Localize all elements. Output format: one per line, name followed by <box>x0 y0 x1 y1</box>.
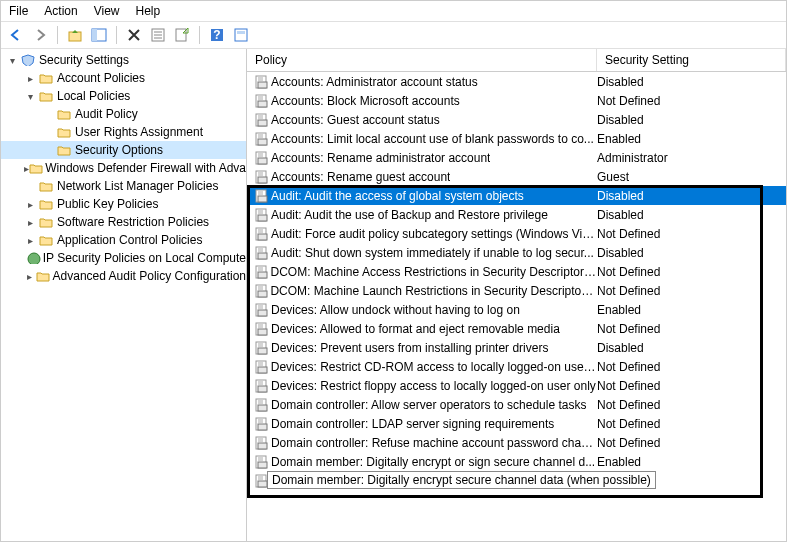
policy-row[interactable]: Devices: Restrict CD-ROM access to local… <box>247 357 786 376</box>
folder-icon <box>37 198 55 210</box>
column-header-policy[interactable]: Policy <box>247 49 597 71</box>
policy-row[interactable]: Accounts: Administrator account statusDi… <box>247 72 786 91</box>
expand-icon[interactable]: ▸ <box>23 271 35 282</box>
policy-icon <box>253 132 271 146</box>
policy-row[interactable]: Domain member: Digitally encrypt or sign… <box>247 452 786 471</box>
policy-row[interactable]: Devices: Allowed to format and eject rem… <box>247 319 786 338</box>
export-button[interactable] <box>171 24 193 46</box>
policy-row[interactable]: Domain controller: LDAP server signing r… <box>247 414 786 433</box>
policy-row[interactable]: Accounts: Block Microsoft accountsNot De… <box>247 91 786 110</box>
policy-setting: Not Defined <box>597 360 786 374</box>
svg-rect-14 <box>258 82 267 88</box>
policy-setting: Disabled <box>597 75 786 89</box>
svg-rect-26 <box>258 139 267 145</box>
policy-row[interactable]: Domain member: Digitally sign secure cha… <box>247 471 786 490</box>
help-button[interactable]: ? <box>206 24 228 46</box>
policy-row[interactable]: Devices: Restrict floppy access to local… <box>247 376 786 395</box>
policy-icon <box>253 417 271 431</box>
policy-icon <box>253 341 271 355</box>
policy-setting: Not Defined <box>597 94 786 108</box>
policy-row[interactable]: Accounts: Rename administrator accountAd… <box>247 148 786 167</box>
expand-icon[interactable]: ▸ <box>23 73 37 84</box>
svg-rect-10 <box>235 29 247 41</box>
policy-icon <box>253 246 271 260</box>
folder-icon <box>37 90 55 102</box>
policy-row[interactable]: Audit: Audit the access of global system… <box>247 186 786 205</box>
policy-setting: Enabled <box>597 132 786 146</box>
tree-pane[interactable]: ▾Security Settings▸Account Policies▾Loca… <box>1 49 247 541</box>
folder-icon <box>55 144 73 156</box>
tree-item[interactable]: ▾Local Policies <box>1 87 246 105</box>
tree-item[interactable]: ▸Advanced Audit Policy Configuration <box>1 267 246 285</box>
policy-row[interactable]: DCOM: Machine Access Restrictions in Sec… <box>247 262 786 281</box>
svg-rect-78 <box>258 386 267 392</box>
policy-name: Audit: Audit the use of Backup and Resto… <box>271 208 548 222</box>
policy-icon <box>253 189 271 203</box>
expand-icon[interactable]: ▸ <box>23 235 37 246</box>
tree-item[interactable]: Security Options <box>1 141 246 159</box>
policy-icon <box>253 360 271 374</box>
svg-rect-0 <box>69 32 81 41</box>
policy-setting: Not Defined <box>597 398 786 412</box>
policy-row[interactable]: Audit: Audit the use of Backup and Resto… <box>247 205 786 224</box>
svg-rect-42 <box>258 215 267 221</box>
policy-row[interactable]: Accounts: Guest account statusDisabled <box>247 110 786 129</box>
list-pane: Policy Security Setting Accounts: Admini… <box>247 49 786 541</box>
svg-rect-54 <box>258 272 267 278</box>
separator <box>57 26 58 44</box>
svg-rect-98 <box>258 481 267 487</box>
svg-rect-62 <box>258 310 267 316</box>
tree-item[interactable]: ▸Account Policies <box>1 69 246 87</box>
policy-setting: Enabled <box>597 303 786 317</box>
policy-row[interactable]: Domain controller: Refuse machine accoun… <box>247 433 786 452</box>
delete-button[interactable] <box>123 24 145 46</box>
list-body[interactable]: Accounts: Administrator account statusDi… <box>247 72 786 541</box>
menu-action[interactable]: Action <box>44 4 77 18</box>
policy-name: Audit: Audit the access of global system… <box>271 189 524 203</box>
tree-item[interactable]: ▸Software Restriction Policies <box>1 213 246 231</box>
policy-setting: Enabled <box>597 455 786 469</box>
policy-name: Devices: Restrict CD-ROM access to local… <box>271 360 597 374</box>
policy-row[interactable]: Devices: Allow undock without having to … <box>247 300 786 319</box>
forward-button[interactable] <box>29 24 51 46</box>
expand-icon[interactable]: ▸ <box>23 217 37 228</box>
policy-row[interactable]: Audit: Shut down system immediately if u… <box>247 243 786 262</box>
policy-row[interactable]: Devices: Prevent users from installing p… <box>247 338 786 357</box>
svg-point-12 <box>28 253 40 264</box>
policy-icon <box>253 94 271 108</box>
folder-icon <box>29 162 43 174</box>
expand-icon[interactable]: ▸ <box>23 199 37 210</box>
properties-button[interactable] <box>147 24 169 46</box>
tree-item[interactable]: User Rights Assignment <box>1 123 246 141</box>
policy-row[interactable]: Audit: Force audit policy subcategory se… <box>247 224 786 243</box>
svg-rect-82 <box>258 405 267 411</box>
tree-item[interactable]: Network List Manager Policies <box>1 177 246 195</box>
policy-row[interactable]: Accounts: Limit local account use of bla… <box>247 129 786 148</box>
policy-name: Devices: Prevent users from installing p… <box>271 341 548 355</box>
folder-icon <box>55 108 73 120</box>
tree-item[interactable]: IP Security Policies on Local Compute <box>1 249 246 267</box>
svg-rect-11 <box>237 31 245 34</box>
refresh-button[interactable] <box>230 24 252 46</box>
policy-row[interactable]: Domain controller: Allow server operator… <box>247 395 786 414</box>
folder-icon <box>37 180 55 192</box>
up-button[interactable] <box>64 24 86 46</box>
column-header-setting[interactable]: Security Setting <box>597 49 786 71</box>
menu-view[interactable]: View <box>94 4 120 18</box>
menu-file[interactable]: File <box>9 4 28 18</box>
policy-row[interactable]: DCOM: Machine Launch Restrictions in Sec… <box>247 281 786 300</box>
tree-item[interactable]: Audit Policy <box>1 105 246 123</box>
show-hide-tree-button[interactable] <box>88 24 110 46</box>
tree-item[interactable]: ▸Windows Defender Firewall with Adva <box>1 159 246 177</box>
menu-help[interactable]: Help <box>136 4 161 18</box>
policy-row[interactable]: Accounts: Rename guest accountGuest <box>247 167 786 186</box>
tree-item[interactable]: ▸Public Key Policies <box>1 195 246 213</box>
svg-rect-38 <box>258 196 267 202</box>
expand-icon[interactable]: ▾ <box>5 55 19 66</box>
expand-icon[interactable]: ▾ <box>23 91 37 102</box>
back-button[interactable] <box>5 24 27 46</box>
policy-icon <box>253 170 271 184</box>
tree-item[interactable]: ▾Security Settings <box>1 51 246 69</box>
tree-item[interactable]: ▸Application Control Policies <box>1 231 246 249</box>
tree-item-label: Security Options <box>73 143 163 157</box>
